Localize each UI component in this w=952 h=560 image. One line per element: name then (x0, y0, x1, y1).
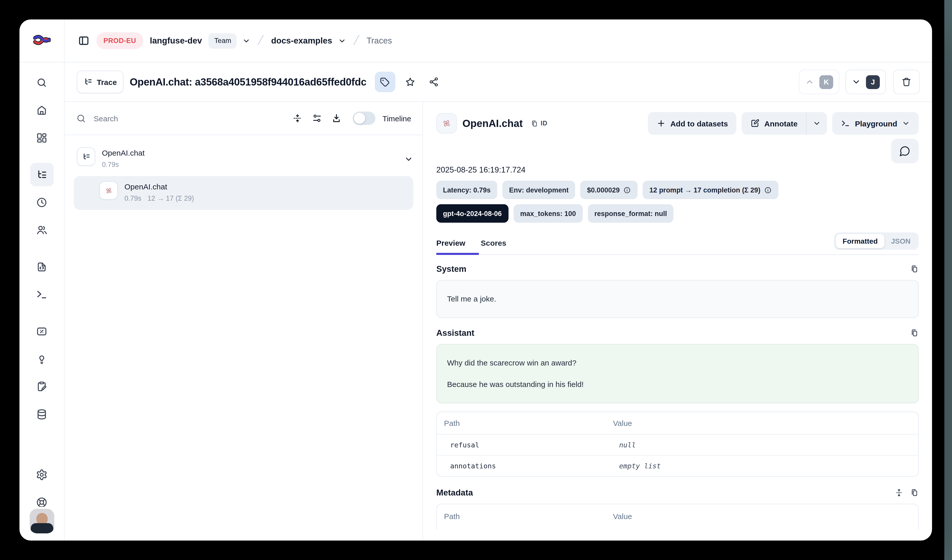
comments-button[interactable] (891, 139, 919, 163)
terminal-icon (841, 119, 850, 128)
environment-badge[interactable]: PROD-EU (96, 32, 143, 49)
insights-lightbulb-icon[interactable] (30, 347, 54, 370)
metadata-section-header: Metadata (436, 488, 919, 498)
tree-node-root[interactable]: OpenAI.chat 0.79s (74, 147, 413, 170)
tab-scores[interactable]: Scores (481, 231, 506, 255)
download-icon[interactable] (331, 113, 342, 123)
collapse-all-icon[interactable] (292, 113, 303, 123)
sessions-clock-icon[interactable] (30, 190, 54, 214)
support-lifebuoy-clip (30, 491, 54, 507)
column-value: Value (613, 512, 632, 521)
expand-vertical-icon[interactable] (895, 488, 903, 497)
assistant-message-line1: Why did the scarecrow win an award? (447, 358, 908, 368)
settings-gear-icon[interactable] (30, 463, 54, 486)
table-row[interactable]: refusal null (437, 434, 918, 455)
next-key-kbd: J (866, 75, 880, 89)
id-label: ID (541, 120, 548, 127)
assistant-heading: Assistant (436, 328, 474, 338)
share-icon[interactable] (425, 73, 442, 91)
next-trace-button[interactable]: J (845, 69, 886, 94)
datasets-database-icon[interactable] (30, 402, 54, 426)
tab-preview[interactable]: Preview (436, 231, 465, 255)
org-chevron-down-icon[interactable] (243, 37, 251, 45)
timeline-toggle[interactable] (353, 112, 376, 125)
table-header-row: Path Value (437, 504, 918, 530)
add-to-datasets-button[interactable]: Add to datasets (648, 112, 737, 135)
response-format-badge: response_format: null (588, 204, 674, 223)
root-node-name: OpenAI.chat (102, 147, 145, 159)
model-badge[interactable]: gpt-4o-2024-08-06 (436, 204, 508, 223)
evaluation-percent-icon[interactable] (30, 319, 54, 343)
project-chevron-down-icon[interactable] (338, 37, 346, 45)
system-section-header: System (436, 264, 919, 274)
search-icon (76, 113, 87, 123)
trace-title: OpenAI.chat: a3568a4051958f944016ad65ffe… (130, 76, 366, 88)
latency-badge: Latency: 0.79s (436, 181, 497, 199)
annotation-clipboard-pen-icon[interactable] (30, 375, 54, 398)
prompts-file-code-icon[interactable] (30, 255, 54, 278)
detail-tabs: Preview Scores Formatted JSON (436, 231, 919, 255)
user-avatar[interactable] (29, 509, 54, 534)
table-header-row: Path Value (437, 412, 918, 434)
breadcrumb-divider (352, 34, 360, 48)
column-path: Path (444, 419, 613, 427)
annotate-dropdown-button[interactable] (806, 112, 827, 135)
annotate-button[interactable]: Annotate (742, 112, 806, 135)
langfuse-logo-icon[interactable] (33, 34, 51, 48)
trace-type-chip: Trace (77, 71, 124, 93)
root-node-duration: 0.79s (102, 160, 145, 170)
assistant-message-line2: Because he was outstanding in his field! (447, 379, 908, 390)
trace-tree-panel: Timeline OpenAI.chat 0.79s (65, 102, 423, 540)
users-icon[interactable] (30, 218, 54, 242)
tracing-icon[interactable] (30, 163, 54, 186)
copy-icon[interactable] (910, 329, 919, 337)
format-json-option[interactable]: JSON (884, 234, 917, 248)
message-bubble-icon (899, 145, 910, 157)
copy-icon[interactable] (910, 488, 919, 497)
child-node-duration: 0.79s (124, 194, 141, 202)
copy-id-button[interactable]: ID (530, 120, 548, 127)
table-row[interactable]: annotations empty list (437, 455, 918, 476)
dashboard-icon[interactable] (30, 126, 54, 150)
openai-icon (436, 113, 457, 134)
trace-title-bar: Trace OpenAI.chat: a3568a4051958f944016a… (65, 62, 932, 102)
tree-node-generation[interactable]: OpenAI.chat 0.79s12 → 17 (Σ 29) (74, 176, 413, 210)
breadcrumb-project[interactable]: docs-examples (271, 36, 332, 46)
search-nav-icon[interactable] (30, 71, 54, 94)
trace-type-label: Trace (97, 77, 117, 86)
format-formatted-option[interactable]: Formatted (836, 234, 884, 248)
openai-icon (99, 181, 118, 200)
assistant-message-box: Why did the scarecrow win an award? Beca… (436, 344, 919, 403)
max-tokens-badge: max_tokens: 100 (514, 204, 583, 223)
star-icon[interactable] (401, 73, 419, 91)
sidebar-toggle-icon[interactable] (78, 35, 90, 46)
root-chevron-down-icon[interactable] (404, 154, 413, 164)
breadcrumb-org[interactable]: langfuse-dev (150, 36, 202, 46)
prev-trace-button[interactable]: K (799, 69, 839, 94)
system-heading: System (436, 264, 466, 274)
home-icon[interactable] (30, 98, 54, 122)
delete-trace-button[interactable] (893, 69, 920, 94)
copy-icon[interactable] (910, 265, 919, 273)
search-input[interactable] (93, 113, 283, 123)
playground-terminal-icon[interactable] (30, 282, 54, 306)
app-window: PROD-EU langfuse-dev Team docs-examples … (20, 20, 932, 540)
metadata-heading: Metadata (436, 488, 473, 498)
plus-icon (657, 119, 666, 128)
column-value: Value (613, 419, 632, 427)
trace-tree: OpenAI.chat 0.79s (65, 135, 422, 540)
stat-badges: Latency: 0.79s Env: development $0.00002… (436, 181, 919, 199)
copy-icon (530, 120, 538, 127)
tag-icon[interactable] (375, 72, 395, 92)
cost-badge[interactable]: $0.000029 (581, 181, 638, 199)
nav-rail (20, 62, 65, 540)
tree-settings-sliders-icon[interactable] (312, 113, 322, 123)
support-lifebuoy-icon[interactable] (30, 491, 54, 507)
breadcrumb-section[interactable]: Traces (366, 36, 392, 46)
token-usage-badge[interactable]: 12 prompt → 17 completion (Σ 29) (643, 181, 778, 199)
observation-detail-panel: OpenAI.chat ID Add to datasets (423, 102, 932, 540)
pen-square-icon (751, 119, 760, 128)
playground-button[interactable]: Playground (832, 112, 919, 135)
child-node-tokens: 12 → 17 (Σ 29) (147, 194, 194, 202)
chevron-down-icon (813, 119, 821, 128)
